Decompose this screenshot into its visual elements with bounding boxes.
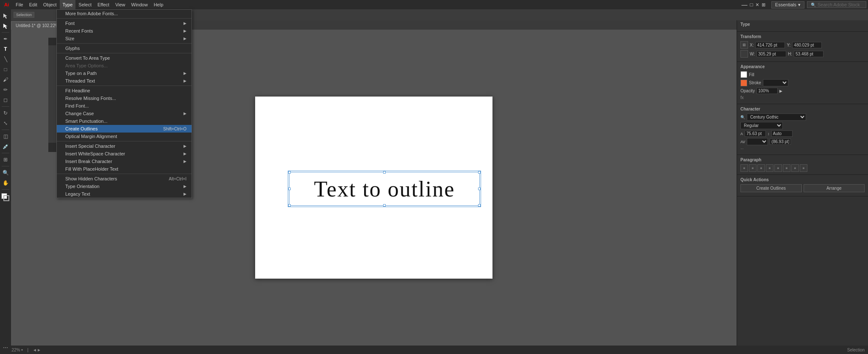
- menu-effect[interactable]: Effect: [95, 0, 112, 9]
- menu-file[interactable]: File: [13, 0, 26, 9]
- menu-item-threaded-text[interactable]: Threaded Text ▶: [57, 77, 192, 85]
- menu-edit[interactable]: Edit: [26, 0, 40, 9]
- handle-mr[interactable]: [478, 188, 481, 190]
- menu-select[interactable]: Select: [75, 0, 95, 9]
- transform-link-icon[interactable]: ⊞: [740, 41, 748, 49]
- eyedropper-tool[interactable]: 💉: [1, 142, 10, 151]
- menu-item-legacy-text[interactable]: Legacy Text ▶: [57, 190, 192, 198]
- zoom-chevron-icon[interactable]: ▾: [21, 348, 23, 352]
- search-adobe-stock[interactable]: 🔍 Search Adobe Stock: [807, 1, 866, 8]
- zoom-tool[interactable]: 🔍: [1, 168, 10, 177]
- transform-y-input[interactable]: [792, 42, 822, 48]
- align-justify-right-btn[interactable]: ≡: [791, 164, 799, 172]
- pencil-tool[interactable]: ✏: [1, 85, 10, 94]
- selection-tool[interactable]: [1, 11, 10, 20]
- transform-x-input[interactable]: [755, 42, 785, 48]
- menu-item-glyphs[interactable]: Glyphs: [57, 44, 192, 52]
- rotate-tool[interactable]: ↻: [1, 108, 10, 118]
- line-tool[interactable]: ╲: [1, 55, 10, 64]
- quick-arrange-btn[interactable]: Arrange: [804, 184, 865, 192]
- align-justify-left-btn[interactable]: ≡: [774, 164, 782, 172]
- gradient-tool[interactable]: ◫: [1, 132, 10, 141]
- handle-ml[interactable]: [288, 188, 291, 190]
- stroke-swatch[interactable]: [740, 80, 747, 86]
- menu-item-optical-margin[interactable]: Optical Margin Alignment: [57, 133, 192, 140]
- paintbrush-tool[interactable]: 🖌: [1, 75, 10, 84]
- essentials-dropdown[interactable]: Essentials ▾: [771, 1, 804, 8]
- align-left-btn[interactable]: ≡: [740, 164, 748, 172]
- menu-type[interactable]: Type: [60, 0, 76, 9]
- eraser-tool[interactable]: ◻: [1, 95, 10, 105]
- menu-item-fit-headline[interactable]: Fit Headline: [57, 87, 192, 94]
- align-justify-center-btn[interactable]: ≡: [783, 164, 790, 172]
- menu-item-recent-fonts[interactable]: Recent Fonts ▶: [57, 27, 192, 35]
- transform-y-label: Y:: [787, 43, 790, 47]
- align-right-btn[interactable]: ≡: [757, 164, 765, 172]
- menu-item-change-case[interactable]: Change Case ▶: [57, 110, 192, 117]
- menu-item-more-from-adobe[interactable]: More from Adobe Fonts...: [57, 10, 192, 17]
- font-family-dropdown[interactable]: Century Gothic: [747, 113, 806, 121]
- handle-tr[interactable]: [478, 171, 481, 174]
- hand-tool[interactable]: ✋: [1, 178, 10, 188]
- transform-h-input[interactable]: [794, 51, 823, 57]
- more-tools-icon[interactable]: ⋯: [1, 343, 10, 352]
- menu-item-type-on-path[interactable]: Type on a Path ▶: [57, 69, 192, 77]
- font-style-dropdown[interactable]: Regular: [740, 122, 783, 129]
- stroke-dropdown[interactable]: [763, 79, 788, 86]
- kerning-input[interactable]: [770, 138, 791, 145]
- fill-swatch[interactable]: [740, 71, 747, 78]
- align-justify-btn[interactable]: ≡: [766, 164, 773, 172]
- handle-bc[interactable]: [383, 204, 386, 207]
- opacity-input[interactable]: [757, 88, 778, 94]
- arrange-windows-icon[interactable]: ⊞: [762, 2, 765, 8]
- font-size-input[interactable]: [745, 130, 766, 137]
- scale-tool[interactable]: ⤡: [1, 119, 10, 128]
- menu-item-show-hidden[interactable]: Show Hidden Characters Alt+Ctrl+I: [57, 175, 192, 183]
- stroke-color-icon[interactable]: [3, 195, 9, 201]
- handle-tc[interactable]: [383, 171, 386, 174]
- menu-item-find-font[interactable]: Find Font...: [57, 102, 192, 110]
- artboard-tool[interactable]: ⊞: [1, 155, 10, 164]
- handle-br[interactable]: [478, 204, 481, 207]
- align-justify-all-btn[interactable]: ≡: [800, 164, 807, 172]
- quick-create-outlines-btn[interactable]: Create Outlines: [740, 184, 802, 192]
- menu-view[interactable]: View: [112, 0, 128, 9]
- menu-item-resolve-missing[interactable]: Resolve Missing Fonts...: [57, 94, 192, 102]
- font-leading-input[interactable]: [771, 130, 793, 137]
- menu-item-insert-break[interactable]: Insert Break Character ▶: [57, 158, 192, 165]
- menu-item-fill-placeholder[interactable]: Fill With PlaceHolder Text: [57, 165, 192, 173]
- menu-item-insert-special[interactable]: Insert Special Character ▶: [57, 142, 192, 150]
- more-character-options-icon[interactable]: ···: [740, 147, 744, 151]
- menu-help[interactable]: Help: [151, 0, 167, 9]
- menu-item-smart-punctuation[interactable]: Smart Punctuation...: [57, 117, 192, 125]
- status-arrows-icon[interactable]: ◄►: [33, 348, 41, 352]
- panel-transform-row-xy: ⊞ X: Y:: [740, 41, 865, 49]
- menu-item-insert-whitespace[interactable]: Insert WhiteSpace Character ▶: [57, 150, 192, 158]
- opacity-arrow-icon[interactable]: ▶: [779, 89, 782, 93]
- transform-w-label: W:: [750, 52, 755, 56]
- transform-rotate-icon[interactable]: [740, 50, 748, 58]
- transform-w-input[interactable]: [757, 51, 786, 57]
- kerning-dropdown[interactable]: [747, 138, 768, 145]
- arrow-icon-insert-whitespace: ▶: [184, 152, 186, 156]
- text-selection[interactable]: Text to outline: [289, 172, 480, 206]
- menu-item-font[interactable]: Font ▶: [57, 19, 192, 27]
- menu-window[interactable]: Window: [128, 0, 151, 9]
- window-maximize-icon[interactable]: □: [750, 2, 753, 8]
- align-center-btn[interactable]: ≡: [749, 164, 757, 172]
- menu-item-convert-to-area[interactable]: Convert To Area Type: [57, 54, 192, 62]
- menu-object[interactable]: Object: [40, 0, 60, 9]
- handle-bl[interactable]: [288, 204, 291, 207]
- arrow-icon-type-orientation: ▶: [184, 184, 186, 188]
- direct-selection-tool[interactable]: [1, 21, 10, 30]
- text-tool[interactable]: T: [1, 44, 10, 54]
- toolbar-btn-1[interactable]: Selection: [14, 12, 34, 18]
- rectangle-tool[interactable]: □: [1, 65, 10, 74]
- menu-item-create-outlines[interactable]: Create Outlines Shift+Ctrl+O: [57, 125, 192, 133]
- handle-tl[interactable]: [288, 171, 291, 174]
- menu-item-size[interactable]: Size ▶: [57, 35, 192, 42]
- menu-item-type-orientation[interactable]: Type Orientation ▶: [57, 183, 192, 190]
- window-close-icon[interactable]: ×: [756, 1, 759, 8]
- pen-tool[interactable]: ✒: [1, 34, 10, 44]
- window-minimize-icon[interactable]: —: [741, 1, 747, 8]
